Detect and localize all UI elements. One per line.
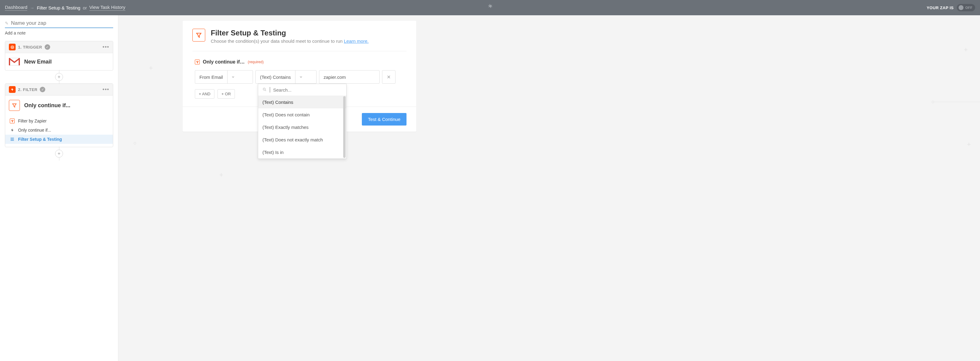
step-trigger-card[interactable]: 1. TRIGGER ✓ ••• New Email: [5, 41, 113, 71]
step-filter-header: 2. FILTER ✓ •••: [5, 84, 113, 96]
bg-plus-icon: +: [964, 46, 968, 54]
step-trigger-title: New Email: [24, 59, 52, 65]
condition-dropdown: (Text) Contains (Text) Does not contain …: [258, 84, 347, 159]
text-cursor: [270, 87, 270, 93]
filter-badge-icon: [9, 86, 16, 93]
condition-select[interactable]: (Text) Contains: [255, 70, 317, 84]
step-trigger-label: 1. TRIGGER: [18, 45, 42, 49]
zap-name-field[interactable]: ✎: [5, 20, 113, 28]
filter-panel: Filter Setup & Testing Choose the condit…: [183, 21, 416, 131]
breadcrumb-history[interactable]: View Task History: [89, 5, 126, 11]
dropdown-option[interactable]: (Text) Is in: [258, 146, 346, 158]
filter-small-icon: [10, 119, 15, 124]
svg-point-1: [11, 46, 14, 49]
bg-plus-icon: +: [219, 171, 223, 179]
step-filter-label: 2. FILTER: [18, 87, 37, 92]
dropdown-option[interactable]: (Text) Exactly matches: [258, 121, 346, 133]
bg-plus-icon: +: [149, 64, 153, 72]
canvas: + + + + Filter Setup & Testing Choose th…: [118, 15, 980, 361]
add-step-button[interactable]: +: [55, 73, 63, 81]
panel-title: Filter Setup & Testing: [211, 29, 369, 37]
substep-only-continue[interactable]: Only continue if...: [5, 125, 113, 135]
panel-subtitle: Choose the condition(s) your data should…: [211, 38, 369, 44]
toggle-off-text: OFF: [965, 6, 973, 10]
zap-status-label: YOUR ZAP IS: [927, 5, 954, 10]
condition-section: Only continue if… (required) From Email …: [183, 51, 416, 106]
check-icon: ✓: [40, 87, 45, 92]
zap-status: YOUR ZAP IS OFF: [927, 4, 975, 11]
dropdown-option[interactable]: (Text) Does not contain: [258, 108, 346, 121]
filter-icon: [192, 29, 205, 41]
substep-label: Filter by Zapier: [18, 119, 46, 124]
sidebar: ✎ Add a note 1. TRIGGER ✓ ••• New Email …: [0, 15, 118, 361]
breadcrumb-arrow-icon: →: [30, 5, 34, 10]
substep-label: Only continue if...: [18, 128, 51, 133]
breadcrumb-or: or: [83, 5, 87, 10]
step-trigger-body: New Email: [5, 53, 113, 70]
condition-value: (Text) Contains: [256, 71, 295, 83]
svg-line-9: [265, 90, 266, 91]
step-filter-body: Only continue if...: [5, 96, 113, 115]
chevron-down-icon: [295, 71, 307, 83]
chevron-down-icon: [227, 71, 239, 83]
dropdown-option[interactable]: (Text) Does not exactly match: [258, 133, 346, 146]
step-trigger-header: 1. TRIGGER ✓ •••: [5, 41, 113, 53]
dropdown-search-input[interactable]: [273, 87, 342, 93]
zap-name-input[interactable]: [11, 20, 113, 26]
filter-icon: [9, 100, 20, 111]
add-note-link[interactable]: Add a note: [5, 30, 113, 35]
breadcrumb-dashboard[interactable]: Dashboard: [5, 5, 27, 11]
dropdown-search: [258, 84, 346, 96]
gmail-icon: [9, 57, 20, 66]
step-filter-title: Only continue if...: [24, 102, 70, 109]
panel-header: Filter Setup & Testing Choose the condit…: [183, 21, 416, 49]
trigger-badge-icon: [9, 44, 16, 51]
bg-plus-icon: +: [967, 141, 971, 149]
search-icon: [262, 87, 267, 93]
panel-subtitle-text: Choose the condition(s) your data should…: [211, 38, 344, 44]
value-input[interactable]: [319, 70, 380, 84]
breadcrumb: Dashboard → Filter Setup & Testing or Vi…: [5, 5, 126, 11]
condition-row: From Email (Text) Contains: [195, 70, 404, 84]
or-button[interactable]: + OR: [218, 89, 235, 99]
field-value: From Email: [195, 71, 227, 83]
dropdown-option[interactable]: (Text) Contains: [258, 96, 346, 108]
svg-point-0: [12, 46, 13, 48]
filter-substeps: Filter by Zapier Only continue if... Fil…: [5, 115, 113, 147]
svg-point-8: [263, 88, 265, 90]
bg-dot-icon: [932, 101, 934, 103]
filter-small-icon: [195, 60, 200, 65]
check-icon: ✓: [45, 44, 50, 50]
step-menu-button[interactable]: •••: [102, 44, 109, 51]
condition-title: Only continue if…: [203, 59, 245, 65]
remove-condition-button[interactable]: [382, 70, 396, 84]
and-button[interactable]: + AND: [195, 89, 215, 99]
list-icon: [10, 138, 15, 141]
step-connector: +: [5, 147, 113, 160]
substep-filter-setup[interactable]: Filter Setup & Testing: [5, 135, 113, 144]
bolt-icon: [10, 128, 15, 132]
substep-label: Filter Setup & Testing: [18, 137, 62, 142]
bg-dot-icon: [134, 142, 136, 144]
add-step-button[interactable]: +: [55, 150, 63, 158]
test-continue-button[interactable]: Test & Continue: [362, 113, 407, 125]
scrollbar[interactable]: [343, 96, 346, 158]
step-connector: +: [5, 71, 113, 83]
zap-toggle[interactable]: OFF: [957, 4, 975, 11]
learn-more-link[interactable]: Learn more.: [344, 38, 369, 44]
toggle-knob: [959, 5, 964, 10]
step-menu-button[interactable]: •••: [102, 86, 109, 93]
substep-filter-by-zapier[interactable]: Filter by Zapier: [5, 116, 113, 125]
required-label: (required): [248, 60, 264, 64]
breadcrumb-current: Filter Setup & Testing: [37, 5, 80, 10]
zapier-logo-icon: [487, 3, 493, 12]
condition-header: Only continue if… (required): [195, 59, 404, 65]
step-filter-card[interactable]: 2. FILTER ✓ ••• Only continue if... Filt…: [5, 83, 113, 147]
field-select[interactable]: From Email: [195, 70, 253, 84]
topbar: Dashboard → Filter Setup & Testing or Vi…: [0, 0, 980, 15]
pencil-icon: ✎: [5, 21, 9, 26]
